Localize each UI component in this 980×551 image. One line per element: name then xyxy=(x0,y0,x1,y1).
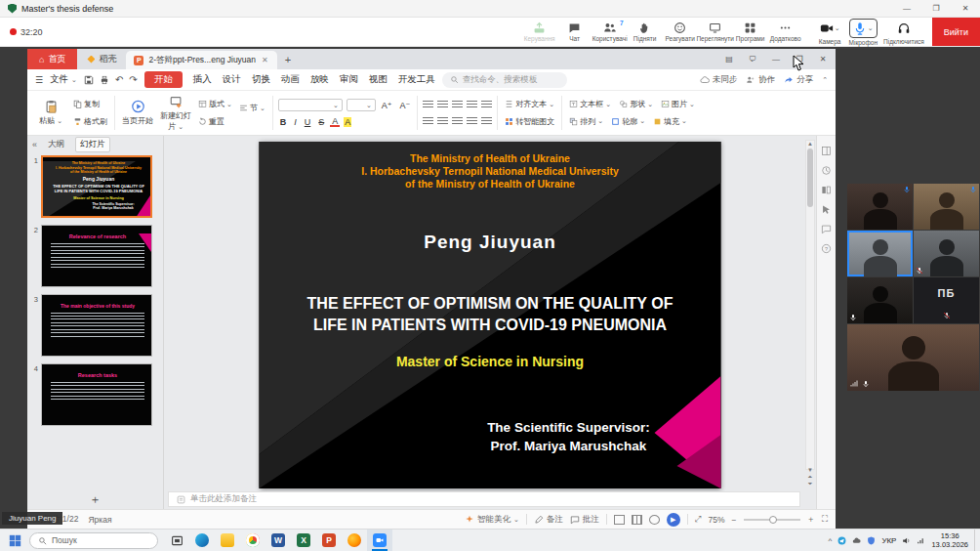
ribbon-tab-review[interactable]: 审阅 xyxy=(340,73,358,86)
slide-canvas[interactable]: The Ministry of Health of Ukraine I. Hor… xyxy=(260,142,721,488)
leave-meeting-button[interactable]: Вийти xyxy=(932,18,980,46)
new-slide-dropdown-icon[interactable]: ⌄ xyxy=(178,123,184,130)
toolbar-reactions[interactable]: Реагувати xyxy=(663,20,698,44)
wps-docer-tab[interactable]: 稻壳 xyxy=(77,49,126,69)
tray-defender-shield-icon[interactable] xyxy=(867,536,876,545)
outline-dropdown-icon[interactable]: ⌄ xyxy=(639,117,645,125)
participant-video-4[interactable] xyxy=(914,231,979,276)
scrollbar-thumb[interactable] xyxy=(807,148,813,207)
ribbon-tab-slideshow[interactable]: 放映 xyxy=(310,73,329,86)
tray-chevron-up-icon[interactable]: ^ xyxy=(829,536,833,545)
tray-cloud-icon[interactable] xyxy=(852,536,861,545)
fill-dropdown-icon[interactable]: ⌄ xyxy=(681,117,687,125)
toolbar-chat[interactable]: Чат xyxy=(557,20,592,44)
arrange-dropdown-icon[interactable]: ⌄ xyxy=(597,117,603,125)
wps-home-tab[interactable]: ⌂ 首页 xyxy=(27,49,77,69)
document-tab-close-icon[interactable]: ✕ xyxy=(261,56,269,64)
participant-video-2[interactable] xyxy=(914,184,979,230)
line-spacing-icon[interactable] xyxy=(481,101,492,108)
outline-button[interactable]: 轮廓⌄ xyxy=(609,116,647,127)
font-size-combo[interactable]: ⌄ xyxy=(347,99,376,111)
ribbon-tab-devtools[interactable]: 开发工具 xyxy=(398,73,435,86)
normal-view-button[interactable] xyxy=(614,515,625,525)
taskbar-chrome[interactable] xyxy=(240,530,265,551)
microphone-control[interactable]: ⌄ Мікрофон xyxy=(849,19,878,46)
taskbar-word[interactable]: W xyxy=(265,530,291,551)
bold-button[interactable]: B xyxy=(278,117,289,127)
scroll-down-icon[interactable]: ▼ xyxy=(805,467,815,474)
layout-dropdown-icon[interactable]: ⌄ xyxy=(226,101,232,108)
increase-indent-icon[interactable] xyxy=(467,101,477,108)
slide-thumbnail-1[interactable]: The Ministry of Health of Ukraine I. Hor… xyxy=(41,155,152,218)
fit-slide-icon[interactable]: ⤢ xyxy=(695,514,702,525)
zoom-slider[interactable] xyxy=(744,519,800,521)
reading-view-button[interactable] xyxy=(649,515,660,525)
taskbar-firefox[interactable] xyxy=(342,530,367,551)
notes-input[interactable]: 单击此处添加备注 xyxy=(168,491,800,507)
ribbon-tab-insert[interactable]: 插入 xyxy=(193,73,212,86)
network-icon[interactable] xyxy=(917,536,925,545)
next-slide-icon[interactable]: ⏷ xyxy=(805,481,815,487)
zoom-level[interactable]: 75% xyxy=(709,515,725,525)
taskbar-search-input[interactable]: Пошук xyxy=(29,532,158,549)
ribbon-tab-animation[interactable]: 动画 xyxy=(281,73,300,86)
shape-button[interactable]: 形状⌄ xyxy=(617,99,655,109)
arrange-button[interactable]: 排列⌄ xyxy=(567,116,605,127)
print-icon[interactable] xyxy=(100,75,109,85)
picture-button[interactable]: 图片⌄ xyxy=(659,99,697,109)
paste-button[interactable]: 粘贴 ⌄ xyxy=(33,93,68,133)
audio-connect-control[interactable]: Підключитися xyxy=(883,20,924,45)
participant-video-7-large[interactable] xyxy=(847,324,979,391)
animation-pane-icon[interactable] xyxy=(821,165,832,176)
participant-video-6-initials[interactable]: ПБ xyxy=(914,277,979,323)
copy-button[interactable]: 复制 xyxy=(71,99,109,109)
selection-pane-icon[interactable] xyxy=(821,204,832,215)
cooperate-button[interactable]: 协作 xyxy=(746,74,775,86)
slideshow-play-button[interactable]: ▶ xyxy=(667,513,680,527)
file-menu[interactable]: 文件 ⌄ xyxy=(50,73,77,86)
align-center-icon[interactable] xyxy=(437,117,448,125)
textbox-button[interactable]: 文本框⌄ xyxy=(567,99,613,109)
taskbar-powerpoint[interactable]: P xyxy=(316,530,342,551)
task-view-button[interactable] xyxy=(164,530,189,551)
align-justify-icon[interactable] xyxy=(467,117,477,125)
start-button[interactable] xyxy=(0,530,29,551)
previous-slide-icon[interactable]: ⏶ xyxy=(805,474,815,481)
bullet-list-icon[interactable] xyxy=(423,101,433,108)
ribbon-tab-home[interactable]: 开始 xyxy=(144,71,183,88)
participant-video-3-active-speaker[interactable] xyxy=(847,231,913,276)
toolbar-participants[interactable]: 7 Користувачі xyxy=(592,20,628,44)
align-text-dropdown-icon[interactable]: ⌄ xyxy=(549,101,554,108)
add-slide-button[interactable]: ＋ xyxy=(90,491,102,508)
section-button[interactable]: 节⌄ xyxy=(237,103,267,113)
transition-pane-icon[interactable] xyxy=(821,185,832,195)
picture-dropdown-icon[interactable]: ⌄ xyxy=(689,101,695,108)
comments-toggle-button[interactable]: 批注 xyxy=(570,514,599,526)
increase-font-button[interactable]: A⁺ xyxy=(380,101,394,110)
align-right-icon[interactable] xyxy=(452,117,463,125)
tray-telegram-icon[interactable] xyxy=(837,536,846,545)
new-document-tab-button[interactable]: + xyxy=(277,49,299,69)
underline-button[interactable]: U xyxy=(303,117,313,127)
layout-button[interactable]: 版式⌄ xyxy=(196,99,234,109)
outline-view-tab[interactable]: 大纲 xyxy=(44,138,68,151)
slide-thumbnail-2[interactable]: Relevance of research xyxy=(41,225,152,287)
zoom-out-button[interactable]: − xyxy=(732,515,737,525)
new-slide-button[interactable]: 新建幻灯片 ⌄ xyxy=(158,93,193,133)
columns-icon[interactable] xyxy=(481,117,492,125)
decrease-indent-icon[interactable] xyxy=(452,101,463,108)
camera-dropdown-icon[interactable]: ⌄ xyxy=(835,24,840,32)
volume-icon[interactable] xyxy=(902,536,911,545)
slide-sorter-view-button[interactable] xyxy=(632,515,642,525)
toolbar-apps[interactable]: Програми xyxy=(733,20,768,44)
recording-indicator[interactable]: 32:20 xyxy=(10,27,43,37)
align-left-icon[interactable] xyxy=(423,117,433,125)
taskbar-clock[interactable]: 15:36 13.03.2026 xyxy=(931,531,968,549)
play-from-current-button[interactable]: 当页开始 xyxy=(120,93,155,133)
taskbar-edge[interactable] xyxy=(189,530,215,551)
camera-control[interactable]: ⌄ Камера xyxy=(817,20,843,45)
panel-collapse-button[interactable]: « xyxy=(32,140,37,149)
toolbar-share-control[interactable]: Керування xyxy=(522,20,557,44)
fill-button[interactable]: 填充⌄ xyxy=(651,116,689,127)
wps-close-button[interactable]: ✕ xyxy=(812,51,834,67)
